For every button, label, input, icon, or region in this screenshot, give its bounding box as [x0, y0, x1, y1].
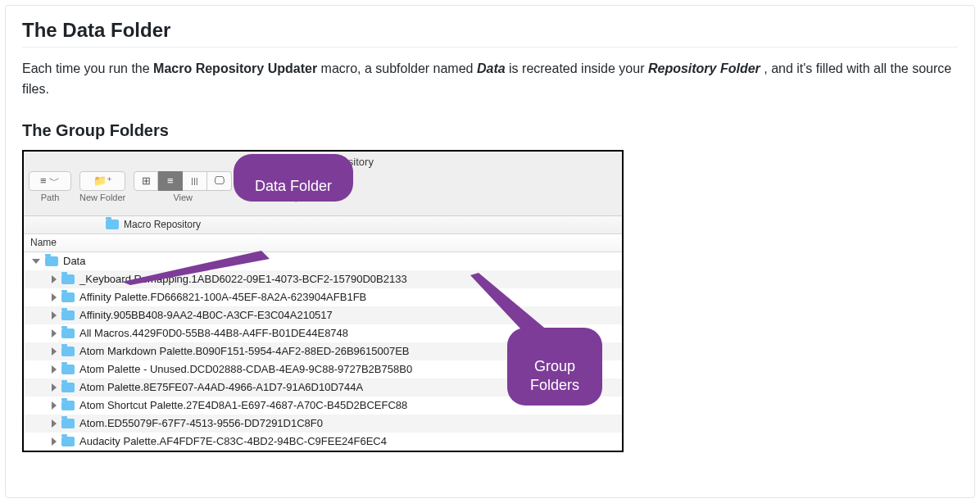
columns-icon: ⫼ [189, 175, 200, 186]
view-list-button[interactable]: ≡ [158, 171, 183, 191]
folder-icon [61, 401, 75, 410]
folder-row[interactable]: Affinity.905BB408-9AA2-4B0C-A3CF-E3C04A2… [24, 306, 622, 324]
folder-icon [61, 383, 75, 392]
column-header-name[interactable]: Name [24, 234, 622, 252]
column-header-label: Name [30, 237, 57, 248]
folder-icon [61, 310, 75, 320]
folder-name: Atom Palette - Unused.DCD02888-CDAB-4EA9… [79, 363, 412, 375]
disclosure-triangle-icon[interactable] [52, 437, 57, 446]
folder-name: Atom.ED55079F-67F7-4513-9556-DD7291D1C8F… [79, 417, 323, 429]
folder-name: Affinity Palette.FD666821-100A-45EF-8A2A… [79, 291, 366, 303]
disclosure-triangle-icon[interactable] [52, 293, 57, 301]
new-folder-icon: 📁⁺ [93, 175, 112, 186]
disclosure-triangle-icon[interactable] [52, 347, 57, 356]
callout-text: Group Folders [530, 358, 579, 393]
folder-icon [45, 256, 58, 266]
disclosure-triangle-icon[interactable] [32, 259, 40, 264]
disclosure-triangle-icon[interactable] [52, 419, 57, 428]
folder-name: Affinity.905BB408-9AA2-4B0C-A3CF-E3C04A2… [79, 309, 333, 321]
list-icon: ≡ [40, 175, 47, 186]
document-page: The Data Folder Each time you run the Ma… [5, 5, 975, 498]
folder-row[interactable]: Atom.ED55079F-67F7-4513-9556-DD7291D1C8F… [24, 415, 622, 433]
heading-group-folders: The Group Folders [22, 121, 958, 140]
grid-icon: ⊞ [142, 175, 151, 186]
disclosure-triangle-icon[interactable] [52, 383, 57, 392]
new-folder-button[interactable]: 📁⁺ [79, 171, 125, 191]
toolbar-view-group: ⊞ ≡ ⫼ 🖵 View [134, 171, 232, 202]
folder-row[interactable]: Affinity Palette.FD666821-100A-45EF-8A2A… [24, 288, 622, 306]
path-bar-text: Macro Repository [124, 219, 201, 230]
folder-name: _Keyboard Remapping.1ABD6022-09E1-4073-B… [79, 273, 407, 285]
view-column-button[interactable]: ⫼ [183, 171, 207, 191]
gallery-icon: 🖵 [214, 175, 225, 186]
callout-group-folders: Group Folders [507, 328, 602, 406]
disclosure-triangle-icon[interactable] [52, 275, 57, 283]
text: is recreated inside your [509, 61, 648, 75]
folder-icon [61, 347, 75, 356]
folder-icon [61, 437, 75, 446]
folder-row[interactable]: _Keyboard Remapping.1ABD6022-09E1-4073-B… [24, 270, 622, 288]
text-bold-italic: Repository Folder [648, 61, 760, 75]
folder-name: Audacity Palette.AF4FDF7E-C83C-4BD2-94BC… [79, 435, 387, 447]
chevron-down-icon: ﹀ [49, 175, 60, 186]
disclosure-triangle-icon[interactable] [52, 329, 57, 338]
toolbar-label: View [173, 193, 193, 202]
folder-name: Atom Shortcut Palette.27E4D8A1-E697-4687… [79, 399, 407, 411]
folder-icon [61, 329, 75, 338]
folder-icon [61, 274, 75, 284]
intro-paragraph: Each time you run the Macro Repository U… [22, 59, 958, 100]
finder-screenshot: Macro Repository ≡ ﹀ Path 📁⁺ New Folder … [22, 150, 624, 452]
folder-name: Atom Palette.8E75FE07-A4AD-4966-A1D7-91A… [79, 381, 363, 393]
text-bold: Macro Repository Updater [153, 61, 317, 75]
folder-name: All Macros.4429F0D0-55B8-44B8-A4FF-B01DE… [79, 327, 348, 339]
folder-row-data[interactable]: Data [24, 252, 622, 270]
view-segmented-control: ⊞ ≡ ⫼ 🖵 [134, 171, 232, 191]
heading-data-folder: The Data Folder [22, 19, 958, 48]
finder-path-bar: Macro Repository [24, 216, 622, 234]
disclosure-triangle-icon[interactable] [52, 401, 57, 410]
callout-text: Data Folder [255, 178, 332, 194]
disclosure-triangle-icon[interactable] [52, 365, 57, 374]
toolbar-path-group: ≡ ﹀ Path [29, 171, 71, 202]
folder-row[interactable]: Audacity Palette.AF4FDF7E-C83C-4BD2-94BC… [24, 433, 622, 451]
text-bold-italic: Data [477, 61, 506, 75]
folder-icon [61, 292, 75, 302]
file-list: Data _Keyboard Remapping.1ABD6022-09E1-4… [24, 252, 622, 451]
toolbar-newfolder-group: 📁⁺ New Folder [79, 171, 125, 202]
view-gallery-button[interactable]: 🖵 [207, 171, 232, 191]
list-icon: ≡ [167, 175, 174, 186]
toolbar-label: Path [41, 193, 60, 202]
disclosure-triangle-icon[interactable] [52, 311, 57, 319]
toolbar-label: New Folder [79, 193, 125, 202]
folder-name: Data [63, 255, 85, 267]
path-button[interactable]: ≡ ﹀ [29, 171, 71, 191]
callout-data-folder: Data Folder [234, 154, 353, 202]
folder-name: Atom Markdown Palette.B090F151-5954-4AF2… [79, 345, 410, 357]
folder-icon [106, 220, 119, 229]
folder-icon [61, 365, 75, 374]
view-icon-button[interactable]: ⊞ [134, 171, 158, 191]
text: macro, a subfolder named [321, 61, 477, 75]
folder-icon [61, 419, 75, 428]
text: Each time you run the [22, 61, 153, 75]
